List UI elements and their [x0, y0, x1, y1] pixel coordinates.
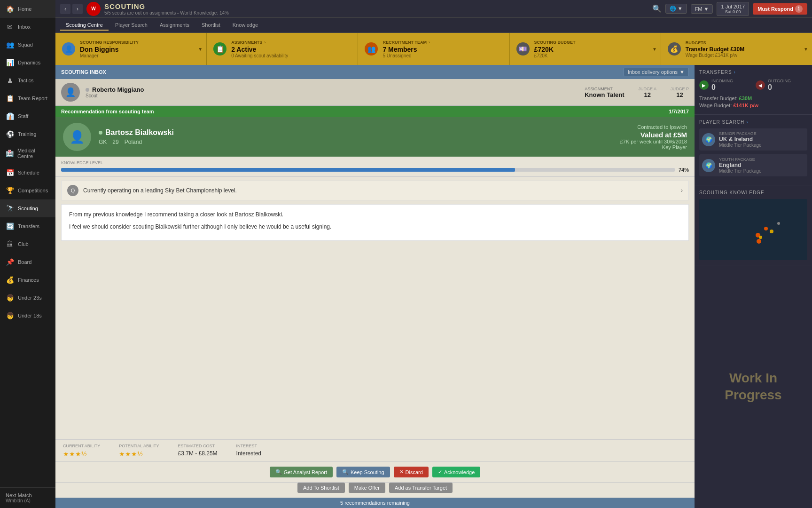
acknowledge-icon: ✓	[438, 469, 442, 475]
tab-knowledge[interactable]: Knowledge	[227, 20, 264, 31]
add-to-shortlist-button[interactable]: Add To Shortlist	[297, 483, 345, 493]
report-text: From my previous knowledge I recommend t…	[61, 204, 689, 241]
sidebar-item-squad[interactable]: 👥 Squad	[0, 36, 55, 54]
competitions-icon: 🏆	[6, 186, 14, 195]
recruitment-icon: 👥	[365, 42, 378, 56]
inbox-icon: ✉	[6, 23, 14, 31]
report-spacer	[55, 245, 695, 439]
player-card: 👤 Bartosz Bialkowski GK 29 Poland Contra…	[55, 117, 695, 157]
op-icon: Q	[67, 185, 78, 196]
budget-dropdown[interactable]: ▼	[652, 47, 657, 52]
sidebar-item-finances[interactable]: 💰 Finances	[0, 271, 55, 289]
senior-package-row[interactable]: 🌍 SENIOR PACKAGE UK & Ireland Middle Tie…	[699, 128, 807, 151]
add-as-transfer-target-button[interactable]: Add as Transfer Target	[389, 483, 453, 493]
search-button[interactable]: 🔍	[652, 4, 662, 13]
budgets-dropdown[interactable]: ▼	[804, 47, 808, 52]
nav-forward-button[interactable]: ›	[72, 4, 83, 14]
nav-back-button[interactable]: ‹	[60, 4, 70, 14]
scout-row: 👤 Roberto Miggiano Scout ASSIGNMENT Know…	[55, 79, 695, 106]
sidebar-item-training[interactable]: ⚽ Training	[0, 125, 55, 143]
report-paragraph-1: From my previous knowledge I recommend t…	[69, 210, 681, 219]
date-display: 1 Jul 2017 Sat 0:00	[717, 2, 749, 16]
player-name: Bartosz Bialkowski	[105, 128, 174, 137]
sidebar-item-board[interactable]: 📌 Board	[0, 253, 55, 271]
sidebar-item-schedule[interactable]: 📅 Schedule	[0, 164, 55, 182]
incoming-icon: ▶	[699, 80, 709, 90]
player-photo: 👤	[63, 123, 91, 151]
sidebar-item-competitions[interactable]: 🏆 Competitions	[0, 182, 55, 199]
stat-budget: 💷 SCOUTING BUDGET £720K £720K ▼	[510, 33, 661, 65]
main-content: ‹ › W SCOUTING 5/5 scouts are out on ass…	[55, 0, 812, 508]
make-offer-button[interactable]: Make Offer	[349, 483, 385, 493]
responsibility-dropdown[interactable]: ▼	[198, 47, 203, 52]
bottom-stats: CURRENT ABILITY ★★★½ POTENTIAL ABILITY ★…	[55, 439, 695, 461]
globe-button[interactable]: 🌐 ▼	[665, 4, 687, 14]
tactics-icon: ♟	[6, 76, 14, 85]
sidebar-item-staff[interactable]: 👔 Staff	[0, 107, 55, 125]
under18-icon: 👦	[6, 311, 14, 320]
sidebar-item-club[interactable]: 🏛 Club	[0, 235, 55, 253]
tab-shortlist[interactable]: Shortlist	[196, 20, 226, 31]
inbox-delivery: Inbox delivery options ▼	[624, 68, 689, 76]
wage-budget-row: Wage Budget: £141K p/w	[699, 103, 807, 108]
player-search-section: PLAYER SEARCH › 🌍 SENIOR PACKAGE UK & Ir…	[695, 115, 812, 185]
club-icon: 🏛	[6, 240, 14, 248]
analyst-report-button[interactable]: 🔍 Get Analyst Report	[270, 467, 333, 477]
sidebar-item-dynamics[interactable]: 📊 Dynamics	[0, 54, 55, 71]
assignments-text: ASSIGNMENTS › 2 Active 0 Awaiting scout …	[231, 40, 288, 58]
nav-arrows: ‹ ›	[60, 4, 83, 14]
senior-package-icon: 🌍	[702, 133, 715, 146]
next-match-team: Wmbldn (A)	[6, 498, 50, 503]
sidebar-item-under23[interactable]: 👦 Under 23s	[0, 289, 55, 307]
must-respond-button[interactable]: Must Respond 1	[753, 3, 807, 15]
player-status-dot	[99, 131, 102, 135]
sidebar-item-under18[interactable]: 👦 Under 18s	[0, 307, 55, 325]
home-icon: 🏠	[6, 5, 14, 13]
sidebar-item-home[interactable]: 🏠 Home	[0, 0, 55, 18]
dynamics-icon: 📊	[6, 58, 14, 67]
transfers-icon: 🔄	[6, 222, 14, 230]
outgoing-info: OUTGOING 0	[768, 79, 791, 92]
stat-assignments: 📋 ASSIGNMENTS › 2 Active 0 Awaiting scou…	[207, 33, 358, 65]
fm-button[interactable]: FM ▼	[691, 4, 713, 14]
scouting-icon: 🔍	[342, 469, 349, 475]
tab-player-search[interactable]: Player Search	[109, 20, 153, 31]
operating-level[interactable]: Q Currently operating on a leading Sky B…	[61, 181, 689, 200]
keep-scouting-button[interactable]: 🔍 Keep Scouting	[336, 467, 390, 477]
knowledge-fill	[61, 168, 515, 172]
discard-button[interactable]: ✕ Discard	[394, 467, 429, 477]
training-icon: ⚽	[6, 130, 14, 138]
potential-ability-stars: ★★★½	[119, 450, 159, 458]
sidebar-item-team-report[interactable]: 📋 Team Report	[0, 89, 55, 107]
next-match-label: Next Match	[6, 492, 50, 498]
finances-icon: 💰	[6, 276, 14, 284]
sidebar-item-medical[interactable]: 🏥 Medical Centre	[0, 143, 55, 164]
delivery-options-button[interactable]: Inbox delivery options ▼	[624, 68, 689, 76]
topbar: ‹ › W SCOUTING 5/5 scouts are out on ass…	[55, 0, 812, 18]
sidebar-item-transfers[interactable]: 🔄 Transfers	[0, 217, 55, 235]
sidebar-item-scouting[interactable]: 🔭 Scouting	[0, 199, 55, 217]
op-arrow-icon: ›	[681, 187, 683, 194]
under23-icon: 👦	[6, 294, 14, 302]
page-title: SCOUTING	[104, 2, 229, 10]
sidebar-item-inbox[interactable]: ✉ Inbox	[0, 18, 55, 36]
scouting-icon: 🔭	[6, 204, 14, 213]
transfers-title: TRANSFERS ›	[699, 70, 807, 75]
current-ability-stars: ★★★½	[63, 450, 100, 458]
budget-text: SCOUTING BUDGET £720K £720K	[534, 40, 576, 58]
recommendation-banner: Recommendation from scouting team 1/7/20…	[55, 106, 695, 117]
team-report-icon: 📋	[6, 94, 14, 103]
knowledge-percent: 74%	[679, 167, 689, 173]
youth-package-row[interactable]: 🌍 YOUTH PACKAGE England Middle Tier Pack…	[699, 154, 807, 176]
sidebar: 🏠 Home ✉ Inbox 👥 Squad 📊 Dynamics ♟ Tact…	[0, 0, 55, 508]
responsibility-icon: 👤	[62, 42, 75, 56]
scouting-knowledge-title: SCOUTING KNOWLEDGE	[699, 190, 807, 195]
tab-assignments[interactable]: Assignments	[154, 20, 195, 31]
incoming-info: INCOMING 0	[711, 79, 733, 92]
sidebar-item-tactics[interactable]: ♟ Tactics	[0, 71, 55, 89]
subnav: Scouting Centre Player Search Assignment…	[55, 18, 812, 33]
acknowledge-button[interactable]: ✓ Acknowledge	[432, 467, 480, 477]
tab-scouting-centre[interactable]: Scouting Centre	[60, 20, 109, 31]
action-buttons: 🔍 Get Analyst Report 🔍 Keep Scouting ✕ D…	[55, 461, 695, 482]
budget-icon: 💷	[516, 42, 530, 56]
